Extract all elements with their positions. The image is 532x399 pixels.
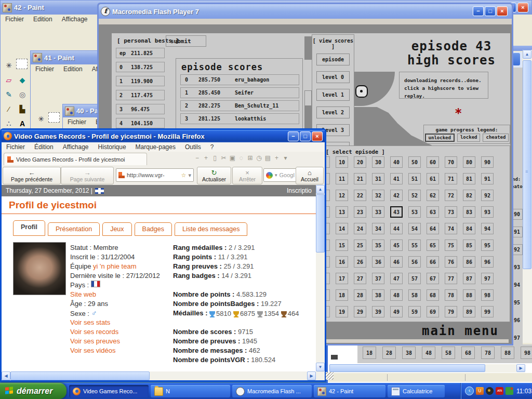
- episode-cell[interactable]: 41: [390, 173, 403, 184]
- window-firefox[interactable]: Video Games Records - Profil de yicestmo…: [0, 128, 326, 382]
- profile-tab[interactable]: Badges: [135, 222, 172, 236]
- submit-button[interactable]: submit: [166, 35, 206, 47]
- highscore-row[interactable]: 2 282.275 Ben_Schultz_11: [180, 100, 299, 111]
- toolbar-icon[interactable]: [228, 154, 237, 162]
- paint-tool-icon[interactable]: [3, 59, 15, 72]
- highscore-row[interactable]: 0 285.750 eru_bahagon: [180, 74, 299, 85]
- maximize-button[interactable]: □: [300, 131, 311, 141]
- firefox-titlebar[interactable]: Video Games Records - Profil de yicestmo…: [2, 130, 325, 142]
- episode-cell[interactable]: 39: [372, 306, 384, 317]
- episode-cell[interactable]: 85: [463, 240, 475, 251]
- episode-cell[interactable]: 46: [390, 256, 403, 268]
- personal-best-row[interactable]: 4 104.150: [116, 118, 165, 128]
- episode-cell[interactable]: 47: [390, 273, 403, 284]
- taskbar-button[interactable]: 42 - Paint: [314, 385, 385, 397]
- view-scores-button[interactable]: episode: [316, 54, 350, 65]
- episode-cell[interactable]: 82: [463, 190, 475, 201]
- episode-cell[interactable]: 98: [481, 289, 494, 301]
- episode-cell[interactable]: 83: [463, 206, 475, 218]
- horizontal-scrollbar[interactable]: ◀ ▶: [2, 371, 325, 380]
- episode-cell[interactable]: 29: [354, 306, 366, 317]
- episode-cell[interactable]: 92: [481, 190, 494, 201]
- team-link[interactable]: yi 'n phie team: [93, 262, 136, 270]
- taskbar-button[interactable]: Calculatrice: [388, 385, 445, 397]
- scrollbar-thumb[interactable]: [304, 90, 312, 106]
- episode-cell[interactable]: 14: [336, 223, 348, 234]
- menu-item[interactable]: Affichage: [58, 142, 94, 152]
- episode-cell[interactable]: 95: [481, 240, 494, 251]
- episode-cell[interactable]: 42: [390, 190, 403, 201]
- menu-item[interactable]: Fichier: [31, 64, 59, 74]
- episode-cell[interactable]: 59: [408, 306, 421, 317]
- toolbar-icon[interactable]: [193, 154, 202, 162]
- taskbar-button[interactable]: Macromedia Flash ...: [232, 385, 312, 397]
- episode-cell[interactable]: 88: [463, 289, 475, 301]
- episode-cell[interactable]: 18: [336, 289, 348, 301]
- scrollbar-thumb[interactable]: [329, 364, 485, 372]
- menu-item[interactable]: Marque-pages: [131, 142, 180, 152]
- behind-episode-cell[interactable]: 58: [442, 347, 455, 359]
- episode-cell[interactable]: 87: [463, 273, 475, 284]
- profile-tab[interactable]: Jeux: [102, 222, 131, 236]
- episode-cell[interactable]: 80: [463, 156, 475, 168]
- episode-cell[interactable]: 62: [427, 190, 439, 201]
- main-menu-button[interactable]: main menu: [353, 324, 499, 338]
- scroll-right-button[interactable]: ▶: [516, 364, 525, 372]
- personal-best-row[interactable]: 3 96.475: [116, 104, 165, 114]
- episode-cell[interactable]: 52: [408, 190, 421, 201]
- resize-grip[interactable]: [326, 372, 334, 380]
- behind-episode-cell[interactable]: 88: [501, 347, 514, 359]
- view-scores-button[interactable]: level 0: [316, 71, 350, 83]
- episode-cell[interactable]: 35: [372, 240, 384, 251]
- episode-cell[interactable]: 94: [481, 223, 494, 234]
- episode-cell[interactable]: 84: [463, 223, 475, 234]
- legend-item[interactable]: cheated: [483, 134, 509, 142]
- personal-best-row[interactable]: 0 138.725: [116, 62, 165, 72]
- episode-cell[interactable]: 24: [354, 223, 366, 234]
- episode-cell[interactable]: 16: [336, 256, 348, 268]
- episode-cell[interactable]: 40: [390, 156, 403, 168]
- profile-link[interactable]: Voir ses vidéos: [70, 346, 160, 355]
- episode-cell[interactable]: 65: [427, 240, 439, 251]
- maximize-button[interactable]: □: [485, 6, 496, 16]
- episode-cell[interactable]: 44: [390, 223, 403, 234]
- start-button[interactable]: démarrer: [0, 383, 66, 399]
- episode-cell[interactable]: 25: [354, 240, 366, 251]
- legend-item[interactable]: locked: [457, 134, 481, 142]
- profile-link[interactable]: Voir ses preuves: [70, 337, 160, 346]
- menu-item[interactable]: Fichier: [1, 15, 29, 24]
- refresh-button[interactable]: ↻ Actualiser: [197, 167, 231, 184]
- episode-cell[interactable]: 32: [372, 190, 384, 201]
- toolbar-icon[interactable]: [202, 154, 210, 162]
- back-button[interactable]: ← Page précédente: [3, 167, 61, 184]
- episode-cell[interactable]: 63: [427, 206, 439, 218]
- behind-episode-cell[interactable]: 18: [363, 347, 376, 359]
- episode-cell[interactable]: 19: [336, 306, 348, 317]
- scrollbar-segment[interactable]: [304, 106, 312, 129]
- scrollbar-segment[interactable]: [304, 36, 312, 60]
- paint-tool-icon[interactable]: [16, 73, 29, 87]
- vertical-scrollbar[interactable]: ▲ ▼: [316, 185, 325, 371]
- behind-vertical-scrollbar[interactable]: ▲ ≡: [523, 50, 532, 343]
- menu-item[interactable]: Fichier: [63, 117, 91, 127]
- episode-cell[interactable]: 70: [445, 156, 457, 168]
- episode-cell[interactable]: 15: [336, 240, 348, 251]
- behind-episode-cell[interactable]: 28: [382, 347, 396, 359]
- episode-cell[interactable]: 38: [372, 289, 384, 301]
- menu-item[interactable]: Fichier: [2, 142, 30, 152]
- paint-tool-icon[interactable]: [35, 112, 47, 126]
- menu-item[interactable]: Affichage: [57, 15, 92, 24]
- episode-cell[interactable]: 99: [481, 306, 494, 317]
- episode-cell[interactable]: 60: [427, 156, 439, 168]
- scrollbar-thumb[interactable]: ≡: [523, 60, 531, 269]
- menu-item[interactable]: ?: [206, 142, 219, 152]
- episode-cell[interactable]: 68: [427, 289, 439, 301]
- episode-cell[interactable]: 28: [354, 289, 366, 301]
- personal-best-row[interactable]: 1 119.900: [116, 76, 165, 86]
- usb-tray-icon[interactable]: [506, 387, 513, 395]
- episode-cell[interactable]: 79: [445, 306, 457, 317]
- episode-cell[interactable]: 56: [408, 256, 421, 268]
- episode-cell[interactable]: 22: [354, 190, 366, 201]
- episode-cell[interactable]: 57: [408, 273, 421, 284]
- toolbar-icon[interactable]: [255, 154, 263, 162]
